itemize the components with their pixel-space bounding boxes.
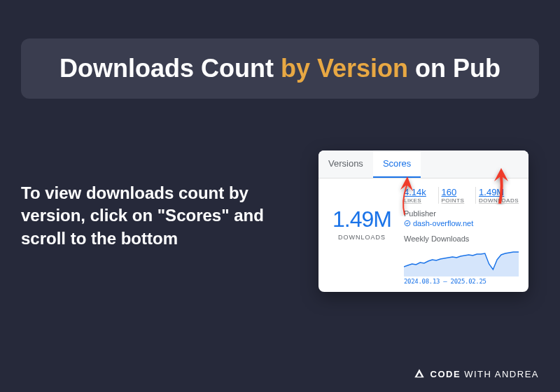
title-part1: Downloads Count bbox=[59, 54, 281, 83]
publisher-link-text: dash-overflow.net bbox=[413, 219, 473, 227]
pub-score-card: Versions Scores 1.49M DOWNLOADS 4.14k LI… bbox=[318, 150, 528, 292]
downloads-big-number: 1.49M bbox=[328, 206, 396, 232]
brand-footer: CODE WITH ANDREA bbox=[414, 368, 539, 379]
tab-versions[interactable]: Versions bbox=[318, 150, 373, 178]
publisher-label: Publisher bbox=[404, 209, 519, 218]
weekly-downloads-label: Weekly Downloads bbox=[404, 234, 519, 243]
stat-downloads[interactable]: 1.49M DOWNLOADS bbox=[479, 187, 519, 204]
title-accent: by Version bbox=[281, 54, 408, 83]
likes-number: 4.14k bbox=[404, 187, 434, 197]
verified-icon bbox=[404, 220, 411, 227]
likes-label: LIKES bbox=[404, 197, 434, 204]
page-title: Downloads Count by Version on Pub bbox=[21, 38, 539, 99]
downloads-big-label: DOWNLOADS bbox=[328, 234, 396, 241]
points-number: 160 bbox=[442, 187, 472, 197]
stat-likes[interactable]: 4.14k LIKES bbox=[404, 187, 439, 204]
weekly-downloads-chart bbox=[404, 244, 519, 276]
brand-part2: WITH ANDREA bbox=[461, 369, 539, 379]
stats-row: 4.14k LIKES 160 POINTS 1.49M DOWNLOADS bbox=[404, 187, 519, 204]
chart-date-range: 2024.08.13 – 2025.02.25 bbox=[404, 278, 519, 285]
instruction-text: To view downloads count by version, clic… bbox=[21, 182, 301, 250]
tab-scores[interactable]: Scores bbox=[373, 150, 421, 178]
brand-logo-icon bbox=[414, 368, 425, 379]
stat-points[interactable]: 160 POINTS bbox=[442, 187, 477, 204]
points-label: POINTS bbox=[442, 197, 472, 204]
tab-bar: Versions Scores bbox=[318, 150, 528, 178]
downloads-number: 1.49M bbox=[479, 187, 519, 197]
publisher-link[interactable]: dash-overflow.net bbox=[404, 219, 519, 227]
brand-part1: CODE bbox=[430, 369, 461, 379]
title-part2: on Pub bbox=[408, 54, 500, 83]
downloads-label: DOWNLOADS bbox=[479, 197, 519, 204]
